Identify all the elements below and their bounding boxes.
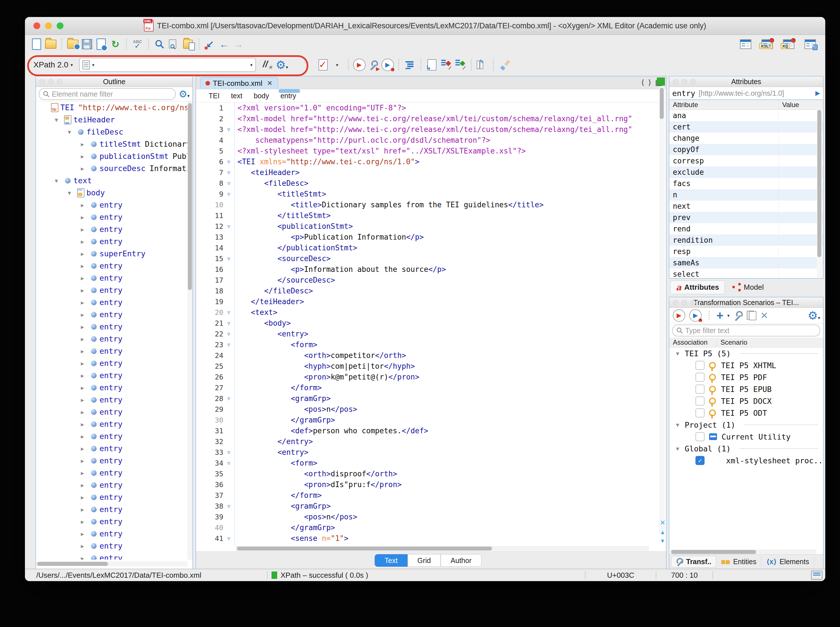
fold-toggle-icon[interactable]: ▽ <box>223 320 234 326</box>
expand-arrow-icon[interactable]: ▶ <box>77 238 88 245</box>
attribute-row[interactable]: ana <box>669 110 823 121</box>
outline-item-entry[interactable]: ▶entry <box>36 418 187 430</box>
code-line[interactable]: 7▽<teiHeader> <box>196 167 666 178</box>
editor-horizontal-scrollbar[interactable] <box>236 546 649 551</box>
breadcrumb-item-TEI[interactable]: TEI <box>208 92 219 100</box>
scenario-checkbox[interactable] <box>695 384 704 394</box>
code-line[interactable]: 38▽<gramGrp> <box>196 501 666 512</box>
code-line[interactable]: 15▽<sourceDesc> <box>196 253 666 264</box>
apply-transform-icon[interactable]: ▶ <box>353 58 366 72</box>
code-editor[interactable]: 1<?xml version="1.0" encoding="UTF-8"?>2… <box>196 102 666 546</box>
outline-item-entry[interactable]: ▶entry <box>36 272 187 284</box>
bottom-tab-elements[interactable]: ⟨x⟩Elements <box>762 556 814 567</box>
expand-arrow-icon[interactable]: ▶ <box>77 348 88 354</box>
outline-item-entry[interactable]: ▶entry <box>36 223 187 235</box>
code-line[interactable]: 36<pron>dIs"pru:f</pron> <box>196 479 666 490</box>
validate-icon[interactable]: ✓ <box>317 58 330 72</box>
scenarios-horizontal-scrollbar[interactable] <box>671 550 816 554</box>
expand-arrow-icon[interactable]: ▶ <box>77 446 88 452</box>
expand-arrow-icon[interactable]: ▶ <box>77 543 88 549</box>
outline-item-entry[interactable]: ▶entry <box>36 479 187 491</box>
expand-arrow-icon[interactable]: ▶ <box>77 250 88 257</box>
expand-arrow-icon[interactable]: ▶ <box>77 482 88 488</box>
view-grid-button[interactable]: Grid <box>407 554 441 567</box>
code-line[interactable]: 35<orth>disproof</orth> <box>196 468 666 479</box>
minimize-window-button[interactable] <box>45 22 52 29</box>
find-replace-icon[interactable] <box>167 37 180 51</box>
scenario-item[interactable]: TEI P5 DOCX <box>669 395 823 407</box>
debug-transform-icon[interactable]: ▶ <box>381 58 394 72</box>
outline-item-entry[interactable]: ▶entry <box>36 260 187 272</box>
view-text-button[interactable]: Text <box>375 554 407 567</box>
fold-toggle-icon[interactable]: ▽ <box>223 224 234 229</box>
attribute-row[interactable]: prev <box>669 212 823 223</box>
attribute-row[interactable]: select <box>669 268 823 280</box>
outline-item-entry[interactable]: ▶entry <box>36 333 187 345</box>
outline-item-entry[interactable]: ▶entry <box>36 381 187 394</box>
code-line[interactable]: 5<?xml-stylesheet type="text/xsl" href="… <box>196 146 666 156</box>
prev-editor-icon[interactable]: ⟨ <box>641 78 644 87</box>
fold-toggle-icon[interactable]: ▽ <box>223 170 234 175</box>
bottom-tab-transf[interactable]: Transf.. <box>671 556 716 567</box>
code-line[interactable]: 32</entry> <box>196 436 666 447</box>
expand-arrow-icon[interactable]: ▶ <box>77 433 88 440</box>
xpath-builder-icon[interactable]: //★ <box>263 59 273 71</box>
xpath-settings-gear-icon[interactable]: ⚙▾ <box>276 58 288 71</box>
expand-arrow-icon[interactable]: ▶ <box>77 299 88 306</box>
fold-toggle-icon[interactable]: ▽ <box>223 159 234 165</box>
outline-item-entry[interactable]: ▶entry <box>36 406 187 418</box>
close-tab-icon[interactable]: ✕ <box>267 79 273 87</box>
expand-arrow-icon[interactable]: ▶ <box>77 141 88 147</box>
breadcrumb-item-text[interactable]: text <box>231 92 242 100</box>
expand-arrow-icon[interactable]: ▶ <box>77 336 88 342</box>
outline-item-entry[interactable]: ▶entry <box>36 369 187 381</box>
document-scope-icon[interactable] <box>82 60 90 69</box>
outline-item-entry[interactable]: ▶entry <box>36 491 187 503</box>
collapse-arrow-icon[interactable]: ▼ <box>673 350 682 356</box>
code-line[interactable]: 31<def>person who competes.</def> <box>196 425 666 436</box>
apply-scenario-icon[interactable]: ▶ <box>673 309 685 322</box>
expand-arrow-icon[interactable]: ▶ <box>77 165 88 172</box>
expand-arrow-icon[interactable]: ▶ <box>77 275 88 281</box>
notifications-icon[interactable] <box>811 571 823 580</box>
code-line[interactable]: 2<?xml-model href="http://www.tei-c.org/… <box>196 113 666 124</box>
attribute-row[interactable]: exclude <box>669 167 823 178</box>
chevron-down-icon[interactable]: ▾ <box>92 62 95 68</box>
next-editor-icon[interactable]: ⟩ <box>648 78 651 87</box>
code-line[interactable]: 41▽<sense n="1"> <box>196 533 666 544</box>
code-line[interactable]: 27</form> <box>196 382 666 393</box>
fold-toggle-icon[interactable]: ▽ <box>223 180 234 186</box>
col-association[interactable]: Association <box>669 339 717 347</box>
breadcrumb-item-entry[interactable]: entry <box>280 92 296 100</box>
expand-right-icon[interactable]: ▶ <box>815 90 820 97</box>
forward-icon[interactable]: → <box>232 37 245 51</box>
code-line[interactable]: 29<pos>n</pos> <box>196 404 666 414</box>
last-edit-icon[interactable]: ↙✱ <box>204 37 216 51</box>
collapse-arrow-icon[interactable]: ▼ <box>673 422 682 428</box>
outline-item-publicationStmt[interactable]: ▶publicationStmtPublica <box>36 150 187 162</box>
prev-message-icon[interactable]: ▲ <box>660 529 665 536</box>
code-line[interactable]: 40</gramGrp> <box>196 522 666 533</box>
save-icon[interactable] <box>81 37 93 51</box>
fold-toggle-icon[interactable]: ▽ <box>223 395 234 401</box>
scenario-item[interactable]: TEI P5 ODT <box>669 407 823 419</box>
editor-vertical-scrollbar[interactable] <box>659 87 665 535</box>
outline-item-entry[interactable]: ▶entry <box>36 503 187 515</box>
collapse-arrow-icon[interactable]: ▼ <box>51 178 62 184</box>
attribute-row[interactable]: sameAs <box>669 257 823 268</box>
expand-arrow-icon[interactable]: ▶ <box>77 263 88 269</box>
format-doc-icon[interactable]: ↳ <box>425 58 439 72</box>
expand-arrow-icon[interactable]: ▶ <box>77 312 88 318</box>
expand-arrow-icon[interactable]: ▶ <box>77 287 88 293</box>
element-filter-input[interactable]: Element name filter <box>39 88 176 100</box>
code-line[interactable]: 24<orth>competitor</orth> <box>196 350 666 361</box>
outline-item-entry[interactable]: ▶entry <box>36 284 187 296</box>
outline-item-fileDesc[interactable]: ▼fileDesc <box>36 126 187 138</box>
delete-scenario-icon[interactable]: ✕ <box>760 310 769 321</box>
open-url-icon[interactable] <box>66 37 79 51</box>
expand-arrow-icon[interactable]: ▶ <box>77 555 88 560</box>
chevron-down-icon[interactable]: ▾ <box>728 313 730 318</box>
expand-arrow-icon[interactable]: ▶ <box>77 214 88 221</box>
expand-arrow-icon[interactable]: ▶ <box>77 153 88 159</box>
expand-arrow-icon[interactable]: ▶ <box>77 397 88 403</box>
